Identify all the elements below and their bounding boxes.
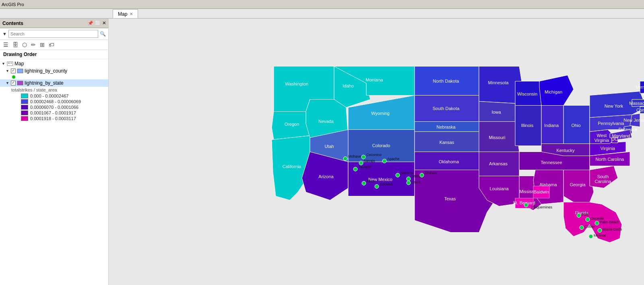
svg-rect-109 [515, 198, 533, 208]
svg-marker-32 [415, 122, 481, 132]
top-bar: ArcGIS Pro [0, 0, 644, 9]
svg-point-138 [595, 221, 599, 225]
svg-rect-2 [10, 62, 12, 64]
filter-icon: ▼ [2, 31, 7, 36]
legend-label-2: 0.00006070 - 0.0001066 [30, 105, 78, 110]
svg-marker-28 [415, 67, 479, 96]
tree-item-state[interactable]: ▼ lightning_by_state [0, 79, 108, 87]
svg-point-136 [586, 218, 590, 222]
app-title: ArcGIS Pro [2, 2, 24, 7]
county-dot-plaquemines [524, 203, 528, 207]
polygon-icon[interactable]: ⬡ [22, 42, 27, 48]
sidebar-title: Contents [2, 21, 23, 26]
svg-marker-52 [515, 106, 541, 146]
search-input[interactable] [8, 30, 98, 38]
svg-marker-50 [515, 81, 541, 106]
svg-text:Cochise: Cochise [380, 182, 393, 186]
legend-swatch-4 [21, 116, 28, 121]
county-label: lightning_by_county [25, 68, 67, 74]
tree-item-county[interactable]: ▼ lightning_by_county [0, 67, 108, 75]
expand-map-icon[interactable]: ▼ [2, 62, 6, 66]
svg-text:Apache: Apache [387, 157, 400, 161]
legend-title-label: totalstrikes / state_area [11, 87, 57, 92]
svg-point-122 [362, 181, 366, 185]
layer-tree: ▼ Map ▼ lightning_by_county [0, 59, 108, 285]
svg-text:Palm Beach: Palm Beach [600, 220, 619, 224]
expand-county-icon[interactable]: ▼ [6, 69, 10, 73]
svg-rect-4 [17, 81, 23, 85]
svg-marker-8 [272, 112, 310, 140]
state-checkbox[interactable] [11, 81, 16, 85]
map-area[interactable]: Washington Oregon California Idaho Nevad… [109, 19, 644, 285]
pencil-icon[interactable]: ✏ [31, 42, 36, 48]
tree-item-map[interactable]: ▼ Map [0, 60, 108, 67]
expand-state-icon[interactable]: ▼ [6, 81, 10, 85]
svg-text:Navajo: Navajo [364, 159, 375, 163]
county-layer-icon [17, 68, 23, 74]
svg-text:Monroe: Monroe [594, 233, 606, 237]
svg-text:Plaquemines: Plaquemines [531, 205, 553, 209]
svg-marker-64 [564, 106, 590, 144]
svg-marker-93 [632, 100, 644, 107]
legend-label-4: 0.0001918 - 0.0003117 [30, 116, 76, 121]
svg-marker-44 [479, 122, 519, 152]
legend-label-3: 0.0001067 - 0.0001917 [30, 110, 76, 115]
add-icon[interactable]: ⊞ [40, 42, 45, 48]
svg-point-144 [589, 235, 593, 239]
map-layer-icon [7, 61, 13, 67]
pin-icon[interactable]: 📌 [88, 21, 93, 26]
tag-icon[interactable]: 🏷 [49, 42, 54, 48]
svg-point-132 [420, 173, 424, 177]
svg-point-118 [353, 167, 357, 171]
map-label: Map [14, 61, 24, 67]
svg-text:Otero: Otero [411, 174, 421, 178]
svg-point-126 [396, 173, 400, 177]
svg-rect-1 [8, 62, 10, 64]
svg-marker-105 [612, 138, 618, 143]
svg-marker-30 [415, 96, 479, 122]
svg-rect-3 [17, 69, 23, 73]
map-tab-close[interactable]: ✕ [130, 12, 133, 16]
svg-text:Chaves: Chaves [425, 171, 437, 175]
svg-text:Miami-Dade: Miami-Dade [603, 227, 622, 231]
svg-point-128 [407, 177, 411, 181]
svg-point-140 [580, 226, 584, 230]
database-icon[interactable]: 🗄 [12, 42, 18, 48]
svg-marker-42 [479, 102, 515, 122]
legend-item-1: 0.00002468 - 0.00006069 [0, 99, 108, 104]
map-tab-label: Map [118, 11, 127, 17]
svg-text:Otero: Otero [411, 180, 421, 184]
svg-marker-86 [640, 81, 644, 94]
sidebar-header-icons: 📌 ⬜ ✕ [88, 21, 106, 26]
svg-point-142 [598, 229, 602, 233]
search-button[interactable]: 🔍 [100, 31, 106, 37]
legend-label-0: 0.000 - 0.00002467 [30, 94, 68, 98]
svg-text:Collier: Collier [584, 225, 595, 229]
float-icon[interactable]: ⬜ [95, 21, 101, 26]
svg-text:Polk: Polk [582, 212, 589, 216]
toolbar-row: ☰ 🗄 ⬡ ✏ ⊞ 🏷 [0, 40, 108, 50]
legend-item-0: 0.000 - 0.00002467 [0, 93, 108, 99]
svg-point-134 [577, 214, 581, 218]
legend-swatch-2 [21, 105, 28, 110]
legend-item-4: 0.0001918 - 0.0003117 [0, 116, 108, 121]
sidebar-header: Contents 📌 ⬜ ✕ [0, 19, 108, 28]
map-svg: Washington Oregon California Idaho Nevad… [109, 19, 644, 285]
svg-point-124 [375, 185, 379, 189]
drawing-order-label: Drawing Order [0, 50, 108, 59]
svg-point-120 [382, 159, 386, 163]
svg-marker-36 [415, 152, 487, 170]
map-tab[interactable]: Map ✕ [113, 9, 138, 18]
county-dot-row [0, 75, 108, 79]
search-row: ▼ 🔍 [0, 28, 108, 40]
legend-item-3: 0.0001067 - 0.0001917 [0, 110, 108, 116]
close-icon[interactable]: ✕ [102, 21, 106, 26]
legend-swatch-3 [21, 110, 28, 115]
county-checkbox[interactable] [11, 69, 16, 73]
main-layout: Contents 📌 ⬜ ✕ ▼ 🔍 ☰ 🗄 ⬡ ✏ ⊞ 🏷 Drawing O… [0, 19, 644, 285]
tab-bar: Map ✕ [0, 9, 644, 19]
state-label: lightning_by_state [25, 80, 64, 86]
legend-item-2: 0.00006070 - 0.0001066 [0, 104, 108, 110]
svg-text:Yavapai: Yavapai [358, 165, 371, 169]
list-icon[interactable]: ☰ [3, 42, 8, 48]
